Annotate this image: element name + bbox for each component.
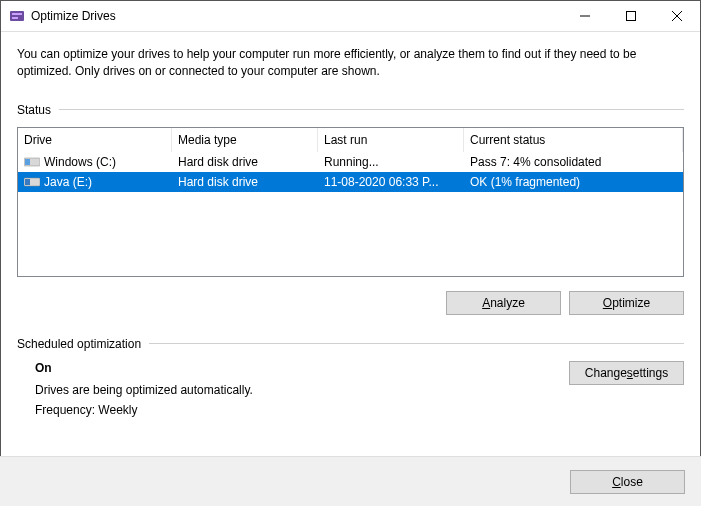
column-header-lastrun[interactable]: Last run xyxy=(318,128,464,152)
column-header-media[interactable]: Media type xyxy=(172,128,318,152)
drive-icon xyxy=(24,176,40,188)
minimize-button[interactable] xyxy=(562,1,608,31)
svg-rect-1 xyxy=(12,13,22,15)
list-row[interactable]: Windows (C:) Hard disk drive Running... … xyxy=(18,152,683,172)
app-icon xyxy=(9,8,25,24)
scheduled-desc: Drives are being optimized automatically… xyxy=(35,383,569,397)
svg-rect-0 xyxy=(10,11,24,21)
divider xyxy=(59,109,684,110)
action-buttons: Analyze Optimize xyxy=(17,291,684,315)
svg-rect-4 xyxy=(627,12,636,21)
window-controls xyxy=(562,1,700,31)
close-window-button[interactable] xyxy=(654,1,700,31)
cell-media: Hard disk drive xyxy=(172,172,318,192)
scheduled-section-label: Scheduled optimization xyxy=(17,337,684,351)
column-header-status[interactable]: Current status xyxy=(464,128,683,152)
scheduled-info: On Drives are being optimized automatica… xyxy=(35,361,569,423)
status-label-text: Status xyxy=(17,103,51,117)
drive-list[interactable]: Drive Media type Last run Current status… xyxy=(17,127,684,277)
optimize-button[interactable]: Optimize xyxy=(569,291,684,315)
list-header: Drive Media type Last run Current status xyxy=(18,128,683,152)
titlebar: Optimize Drives xyxy=(1,1,700,32)
maximize-button[interactable] xyxy=(608,1,654,31)
cell-status: OK (1% fragmented) xyxy=(464,172,683,192)
scheduled-freq: Frequency: Weekly xyxy=(35,403,569,417)
svg-rect-10 xyxy=(25,179,30,185)
scheduled-on: On xyxy=(35,361,569,375)
column-header-drive[interactable]: Drive xyxy=(18,128,172,152)
cell-lastrun: Running... xyxy=(318,152,464,172)
change-settings-button[interactable]: Change settings xyxy=(569,361,684,385)
analyze-button[interactable]: Analyze xyxy=(446,291,561,315)
content-area: You can optimize your drives to help you… xyxy=(1,32,700,423)
close-button[interactable]: Close xyxy=(570,470,685,494)
footer: Close xyxy=(0,456,701,506)
cell-media: Hard disk drive xyxy=(172,152,318,172)
cell-drive: Windows (C:) xyxy=(44,155,116,169)
intro-text: You can optimize your drives to help you… xyxy=(17,46,684,81)
cell-lastrun: 11-08-2020 06:33 P... xyxy=(318,172,464,192)
svg-rect-8 xyxy=(25,159,30,165)
cell-status: Pass 7: 4% consolidated xyxy=(464,152,683,172)
status-section-label: Status xyxy=(17,103,684,117)
window-title: Optimize Drives xyxy=(31,9,562,23)
svg-rect-2 xyxy=(12,17,18,19)
scheduled-row: On Drives are being optimized automatica… xyxy=(17,361,684,423)
cell-drive: Java (E:) xyxy=(44,175,92,189)
list-row[interactable]: Java (E:) Hard disk drive 11-08-2020 06:… xyxy=(18,172,683,192)
scheduled-label-text: Scheduled optimization xyxy=(17,337,141,351)
drive-icon xyxy=(24,156,40,168)
divider xyxy=(149,343,684,344)
